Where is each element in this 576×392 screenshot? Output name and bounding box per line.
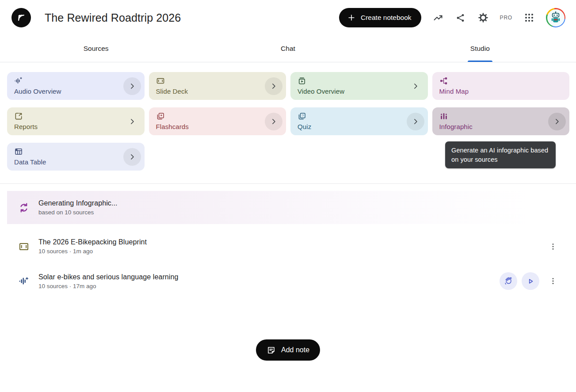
- studio-tools-section: Audio Overview Slide Deck: [0, 62, 576, 183]
- user-avatar[interactable]: [546, 8, 565, 27]
- notebook-title[interactable]: The Rewired Roadtrip 2026: [45, 11, 181, 24]
- chevron-right-icon[interactable]: [407, 113, 424, 130]
- card-flashcards[interactable]: Flashcards: [149, 107, 286, 135]
- card-label: Quiz: [298, 123, 421, 130]
- output-subtitle: 10 sources · 17m ago: [38, 283, 179, 289]
- header-actions: Create notebook: [339, 8, 565, 27]
- slide-deck-icon: [19, 241, 29, 252]
- slide-deck-icon: [156, 76, 165, 85]
- output-title: Solar e-bikes and serious language learn…: [38, 273, 179, 281]
- plus-icon: [347, 13, 356, 22]
- card-label: Infographic: [439, 123, 563, 130]
- video-overview-icon: [298, 76, 306, 85]
- output-title: The 2026 E-Bikepacking Blueprint: [38, 238, 147, 246]
- infographic-icon: [439, 112, 448, 121]
- play-icon: [526, 277, 535, 286]
- play-button[interactable]: [522, 272, 539, 290]
- chevron-right-icon[interactable]: [407, 77, 424, 95]
- audio-waveform-sparkle-icon: [19, 276, 29, 286]
- card-slide-deck[interactable]: Slide Deck: [149, 72, 286, 100]
- card-data-table[interactable]: Data Table: [7, 143, 145, 171]
- card-mind-map[interactable]: Mind Map: [432, 72, 570, 100]
- app-header: The Rewired Roadtrip 2026 Create noteboo…: [0, 0, 576, 35]
- infographic-tooltip: Generate an AI infographic based on your…: [445, 141, 556, 168]
- mind-map-icon: [439, 76, 448, 85]
- active-tab-underline: [468, 61, 492, 62]
- card-label: Flashcards: [156, 123, 279, 130]
- output-title: Generating Infographic...: [38, 199, 118, 207]
- interactive-mode-button[interactable]: [500, 272, 517, 290]
- apps-grid-icon[interactable]: [523, 12, 535, 23]
- card-video-overview[interactable]: Video Overview: [290, 72, 428, 100]
- card-label: Data Table: [14, 158, 137, 166]
- data-table-icon: [14, 147, 23, 156]
- tab-sources-label: Sources: [84, 45, 109, 53]
- pro-badge: PRO: [500, 15, 512, 21]
- add-note-container: Add note: [0, 339, 576, 361]
- tab-chat[interactable]: Chat: [192, 35, 384, 62]
- create-notebook-button[interactable]: Create notebook: [339, 8, 421, 27]
- chevron-right-icon[interactable]: [265, 77, 282, 95]
- create-notebook-label: Create notebook: [361, 14, 412, 22]
- card-label: Mind Map: [439, 88, 563, 95]
- chevron-right-icon[interactable]: [123, 113, 141, 130]
- flashcards-icon: [156, 112, 165, 121]
- card-label: Video Overview: [298, 88, 421, 95]
- card-label: Audio Overview: [14, 88, 137, 95]
- tab-bar: Sources Chat Studio: [0, 35, 576, 62]
- audio-waveform-sparkle-icon: [14, 76, 23, 85]
- card-reports[interactable]: Reports: [7, 107, 145, 135]
- note-icon: [267, 346, 276, 355]
- card-quiz[interactable]: ? Quiz: [290, 107, 428, 135]
- card-label: Slide Deck: [156, 88, 279, 95]
- svg-text:?: ?: [302, 114, 304, 118]
- tab-studio[interactable]: Studio: [384, 35, 576, 62]
- output-row-audio-overview[interactable]: Solar e-bikes and serious language learn…: [7, 272, 558, 290]
- tab-sources[interactable]: Sources: [0, 35, 192, 62]
- tab-studio-label: Studio: [470, 45, 490, 53]
- settings-gear-icon[interactable]: [477, 12, 489, 23]
- card-audio-overview[interactable]: Audio Overview: [7, 72, 145, 100]
- card-label: Reports: [14, 123, 137, 130]
- output-row-slide-deck[interactable]: The 2026 E-Bikepacking Blueprint 10 sour…: [7, 238, 558, 255]
- waving-hand-icon: [504, 277, 513, 286]
- chevron-right-icon[interactable]: [548, 113, 566, 130]
- add-note-label: Add note: [281, 346, 309, 354]
- output-subtitle: 10 sources · 1m ago: [38, 248, 147, 255]
- chevron-right-icon[interactable]: [265, 113, 282, 130]
- sync-progress-icon: [19, 202, 29, 213]
- chevron-right-icon[interactable]: [123, 77, 141, 95]
- output-subtitle: based on 10 sources: [38, 209, 118, 216]
- notebooklm-logo-icon[interactable]: [11, 8, 31, 27]
- tab-chat-label: Chat: [281, 45, 295, 53]
- card-infographic[interactable]: Infographic: [432, 107, 570, 135]
- reports-icon: [14, 112, 23, 121]
- more-menu-icon[interactable]: [548, 241, 558, 252]
- more-menu-icon[interactable]: [548, 276, 558, 286]
- output-row-generating[interactable]: Generating Infographic... based on 10 so…: [7, 191, 548, 224]
- share-icon[interactable]: [455, 12, 466, 23]
- studio-outputs-list: Generating Infographic... based on 10 so…: [0, 184, 576, 290]
- avatar-robot-image: [547, 9, 565, 27]
- chevron-right-icon[interactable]: [123, 148, 141, 166]
- add-note-button[interactable]: Add note: [256, 339, 320, 361]
- quiz-icon: ?: [298, 112, 306, 121]
- analytics-trending-icon[interactable]: [432, 12, 444, 23]
